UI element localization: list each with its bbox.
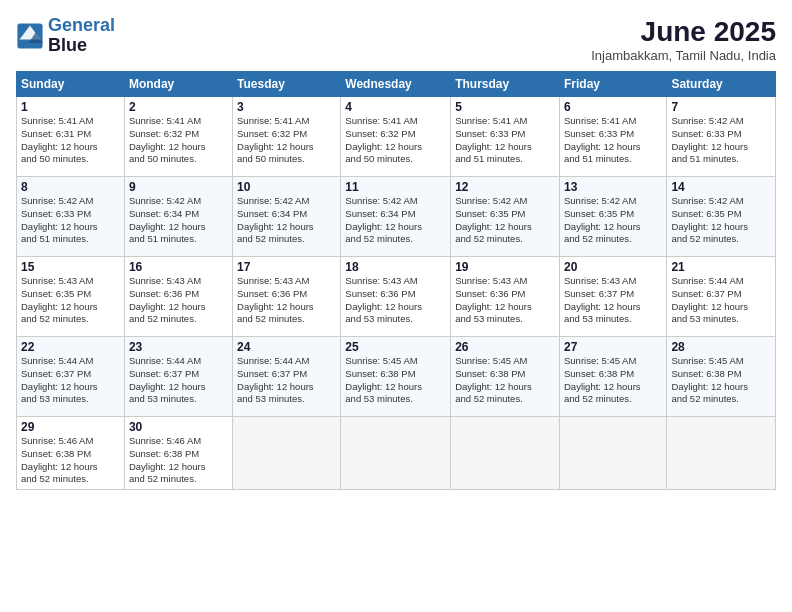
day-info: Sunrise: 5:43 AMSunset: 6:36 PMDaylight:… [129,275,228,326]
calendar-cell: 28 Sunrise: 5:45 AMSunset: 6:38 PMDaylig… [667,337,776,417]
calendar-cell: 26 Sunrise: 5:45 AMSunset: 6:38 PMDaylig… [451,337,560,417]
calendar-cell: 21 Sunrise: 5:44 AMSunset: 6:37 PMDaylig… [667,257,776,337]
day-info: Sunrise: 5:42 AMSunset: 6:33 PMDaylight:… [671,115,771,166]
day-info: Sunrise: 5:45 AMSunset: 6:38 PMDaylight:… [564,355,662,406]
calendar-week-1: 8 Sunrise: 5:42 AMSunset: 6:33 PMDayligh… [17,177,776,257]
calendar-cell [451,417,560,490]
calendar-cell: 24 Sunrise: 5:44 AMSunset: 6:37 PMDaylig… [233,337,341,417]
calendar-cell: 7 Sunrise: 5:42 AMSunset: 6:33 PMDayligh… [667,97,776,177]
calendar-week-0: 1 Sunrise: 5:41 AMSunset: 6:31 PMDayligh… [17,97,776,177]
day-info: Sunrise: 5:44 AMSunset: 6:37 PMDaylight:… [21,355,120,406]
day-number: 11 [345,180,446,194]
day-info: Sunrise: 5:42 AMSunset: 6:35 PMDaylight:… [564,195,662,246]
calendar-cell [233,417,341,490]
day-header-friday: Friday [559,72,666,97]
day-number: 22 [21,340,120,354]
day-info: Sunrise: 5:43 AMSunset: 6:36 PMDaylight:… [345,275,446,326]
logo-icon [16,22,44,50]
calendar-cell: 11 Sunrise: 5:42 AMSunset: 6:34 PMDaylig… [341,177,451,257]
day-info: Sunrise: 5:41 AMSunset: 6:33 PMDaylight:… [564,115,662,166]
calendar-cell: 20 Sunrise: 5:43 AMSunset: 6:37 PMDaylig… [559,257,666,337]
day-number: 5 [455,100,555,114]
day-number: 25 [345,340,446,354]
day-number: 26 [455,340,555,354]
day-header-saturday: Saturday [667,72,776,97]
day-info: Sunrise: 5:41 AMSunset: 6:32 PMDaylight:… [345,115,446,166]
calendar-cell: 23 Sunrise: 5:44 AMSunset: 6:37 PMDaylig… [124,337,232,417]
day-number: 14 [671,180,771,194]
day-info: Sunrise: 5:43 AMSunset: 6:35 PMDaylight:… [21,275,120,326]
day-number: 3 [237,100,336,114]
day-info: Sunrise: 5:41 AMSunset: 6:32 PMDaylight:… [129,115,228,166]
day-info: Sunrise: 5:42 AMSunset: 6:35 PMDaylight:… [455,195,555,246]
calendar-cell [341,417,451,490]
day-number: 27 [564,340,662,354]
calendar-cell: 12 Sunrise: 5:42 AMSunset: 6:35 PMDaylig… [451,177,560,257]
day-number: 29 [21,420,120,434]
calendar-cell: 19 Sunrise: 5:43 AMSunset: 6:36 PMDaylig… [451,257,560,337]
day-header-monday: Monday [124,72,232,97]
calendar-cell: 16 Sunrise: 5:43 AMSunset: 6:36 PMDaylig… [124,257,232,337]
day-number: 17 [237,260,336,274]
day-number: 24 [237,340,336,354]
logo: General Blue [16,16,115,56]
calendar-week-4: 29 Sunrise: 5:46 AMSunset: 6:38 PMDaylig… [17,417,776,490]
day-header-thursday: Thursday [451,72,560,97]
calendar-week-2: 15 Sunrise: 5:43 AMSunset: 6:35 PMDaylig… [17,257,776,337]
day-number: 12 [455,180,555,194]
day-header-tuesday: Tuesday [233,72,341,97]
calendar-cell: 8 Sunrise: 5:42 AMSunset: 6:33 PMDayligh… [17,177,125,257]
day-info: Sunrise: 5:44 AMSunset: 6:37 PMDaylight:… [129,355,228,406]
day-info: Sunrise: 5:43 AMSunset: 6:36 PMDaylight:… [237,275,336,326]
day-number: 7 [671,100,771,114]
day-info: Sunrise: 5:41 AMSunset: 6:33 PMDaylight:… [455,115,555,166]
day-info: Sunrise: 5:42 AMSunset: 6:33 PMDaylight:… [21,195,120,246]
day-info: Sunrise: 5:43 AMSunset: 6:37 PMDaylight:… [564,275,662,326]
day-number: 30 [129,420,228,434]
day-info: Sunrise: 5:43 AMSunset: 6:36 PMDaylight:… [455,275,555,326]
calendar-cell: 1 Sunrise: 5:41 AMSunset: 6:31 PMDayligh… [17,97,125,177]
day-number: 6 [564,100,662,114]
day-number: 10 [237,180,336,194]
day-header-sunday: Sunday [17,72,125,97]
day-info: Sunrise: 5:42 AMSunset: 6:35 PMDaylight:… [671,195,771,246]
header: General Blue June 2025 Injambakkam, Tami… [16,16,776,63]
day-info: Sunrise: 5:44 AMSunset: 6:37 PMDaylight:… [237,355,336,406]
day-info: Sunrise: 5:45 AMSunset: 6:38 PMDaylight:… [345,355,446,406]
logo-line2: Blue [48,36,115,56]
title-block: June 2025 Injambakkam, Tamil Nadu, India [591,16,776,63]
day-number: 21 [671,260,771,274]
day-number: 8 [21,180,120,194]
day-number: 28 [671,340,771,354]
calendar-cell: 2 Sunrise: 5:41 AMSunset: 6:32 PMDayligh… [124,97,232,177]
day-info: Sunrise: 5:42 AMSunset: 6:34 PMDaylight:… [345,195,446,246]
day-number: 19 [455,260,555,274]
day-info: Sunrise: 5:41 AMSunset: 6:31 PMDaylight:… [21,115,120,166]
day-number: 13 [564,180,662,194]
calendar-cell: 30 Sunrise: 5:46 AMSunset: 6:38 PMDaylig… [124,417,232,490]
day-info: Sunrise: 5:46 AMSunset: 6:38 PMDaylight:… [21,435,120,486]
day-info: Sunrise: 5:45 AMSunset: 6:38 PMDaylight:… [455,355,555,406]
calendar-cell: 4 Sunrise: 5:41 AMSunset: 6:32 PMDayligh… [341,97,451,177]
calendar-cell: 6 Sunrise: 5:41 AMSunset: 6:33 PMDayligh… [559,97,666,177]
calendar-cell: 10 Sunrise: 5:42 AMSunset: 6:34 PMDaylig… [233,177,341,257]
calendar-cell: 9 Sunrise: 5:42 AMSunset: 6:34 PMDayligh… [124,177,232,257]
calendar-page: General Blue June 2025 Injambakkam, Tami… [0,0,792,612]
day-number: 20 [564,260,662,274]
calendar-cell: 25 Sunrise: 5:45 AMSunset: 6:38 PMDaylig… [341,337,451,417]
logo-line1: General [48,15,115,35]
day-info: Sunrise: 5:44 AMSunset: 6:37 PMDaylight:… [671,275,771,326]
day-number: 23 [129,340,228,354]
calendar-cell: 18 Sunrise: 5:43 AMSunset: 6:36 PMDaylig… [341,257,451,337]
calendar-table: SundayMondayTuesdayWednesdayThursdayFrid… [16,71,776,490]
calendar-cell: 29 Sunrise: 5:46 AMSunset: 6:38 PMDaylig… [17,417,125,490]
logo-text: General Blue [48,16,115,56]
day-header-wednesday: Wednesday [341,72,451,97]
day-number: 18 [345,260,446,274]
day-number: 15 [21,260,120,274]
calendar-cell: 5 Sunrise: 5:41 AMSunset: 6:33 PMDayligh… [451,97,560,177]
calendar-cell [559,417,666,490]
day-number: 9 [129,180,228,194]
calendar-cell [667,417,776,490]
day-number: 2 [129,100,228,114]
